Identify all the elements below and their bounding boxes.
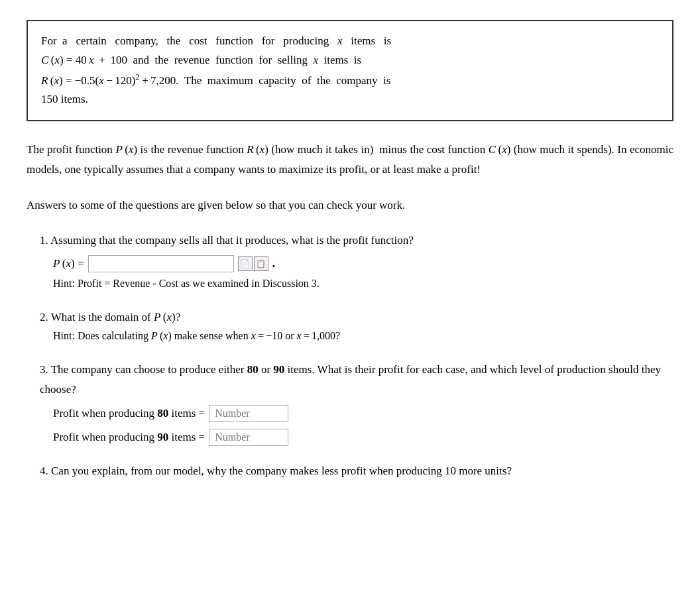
question-1: 1. Assuming that the company sells all t… [40,231,673,292]
answers-intro-text: Answers to some of the questions are giv… [27,195,673,215]
question-3: 3. The company can choose to produce eit… [40,360,673,447]
intro-text: The profit function P (x) is the revenue… [27,140,673,180]
question-3-number: 3. [40,363,51,376]
question-1-icons: 📄 📋 [238,256,268,271]
question-1-icon2[interactable]: 📋 [254,256,268,271]
question-1-icon1[interactable]: 📄 [238,256,253,271]
question-1-text: Assuming that the company sells all that… [50,234,414,247]
answers-intro: Answers to some of the questions are giv… [27,195,673,215]
problem-text: For a certain company, the cost function… [41,32,659,109]
question-1-input[interactable] [88,255,234,272]
problem-box: For a certain company, the cost function… [27,20,673,121]
question-3-profit80-label: Profit when producing 80 items = [53,404,205,423]
question-4: 4. Can you explain, from our model, why … [40,461,673,481]
question-1-number: 1. [40,234,50,247]
question-3-profit80-input[interactable] [209,405,288,422]
question-3-profit90-label: Profit when producing 90 items = [53,427,205,447]
question-3-profit90-input[interactable] [209,429,288,446]
question-1-period: . [272,253,276,274]
question-4-text: Can you explain, from our model, why the… [51,465,512,477]
question-4-number: 4. [40,465,51,477]
questions-list: 1. Assuming that the company sells all t… [27,231,673,481]
question-2-hint: Hint: Does calculating P (x) make sense … [53,327,673,345]
question-3-text: The company can choose to produce either… [40,363,661,396]
question-1-answer-row: P (x) = 📄 📋 . [53,253,673,274]
question-1-answer-label: P (x) = [53,254,84,274]
question-2: 2. What is the domain of P (x)? Hint: Do… [40,307,673,346]
question-3-profit90-row: Profit when producing 90 items = [53,427,673,447]
question-2-number: 2. [40,311,51,323]
question-2-text: What is the domain of P (x)? [51,311,181,323]
question-1-hint: Hint: Profit = Revenue - Cost as we exam… [53,274,673,293]
intro-paragraph: The profit function P (x) is the revenue… [27,140,673,180]
question-3-profit80-row: Profit when producing 80 items = [53,404,673,423]
